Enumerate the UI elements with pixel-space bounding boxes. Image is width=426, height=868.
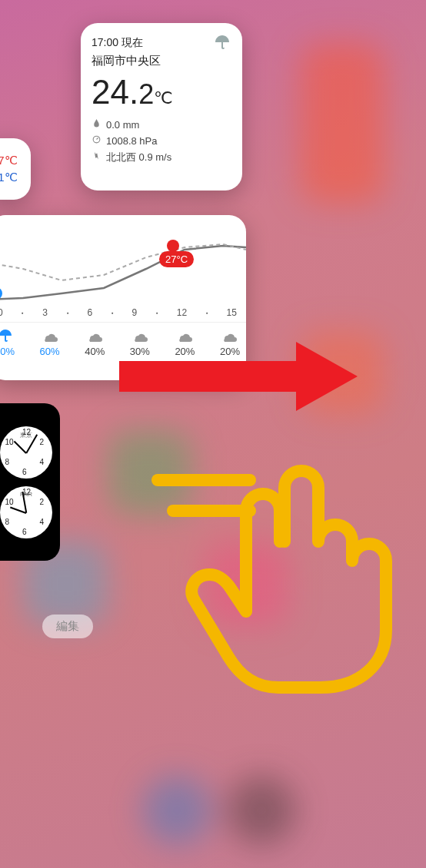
forecast-hours: 0・3・6・9・12・15 <box>0 307 246 320</box>
weather-time: 17:00 現在 <box>92 36 143 50</box>
droplet-icon <box>92 118 102 134</box>
wind-icon <box>92 150 102 166</box>
forecast-chart: C 27°C 0・3・6・9・12・15 <box>0 215 246 323</box>
low-temp: 21℃ <box>0 171 28 184</box>
cloud-icon <box>85 327 104 343</box>
swipe-right-arrow <box>119 342 358 411</box>
edit-button[interactable]: 編集 <box>42 615 93 638</box>
umbrella-icon <box>213 34 231 52</box>
pressure-icon <box>92 134 102 150</box>
weather-temperature: 24.2℃ <box>92 73 231 111</box>
swipe-hand-icon <box>150 457 404 695</box>
world-clock-widget[interactable]: 東京 12246810 PAR 12246810 <box>0 403 60 561</box>
high-temp: 27℃ <box>0 154 28 167</box>
clock-tokyo: 東京 12246810 <box>0 426 52 479</box>
peak-temp-badge: 27°C <box>159 251 194 267</box>
umbrella-icon <box>0 327 15 343</box>
svg-point-1 <box>167 240 179 252</box>
weather-details: 0.0 mm 1008.8 hPa 北北西 0.9 m/s <box>92 118 231 165</box>
cloud-icon <box>175 327 194 343</box>
clock-paris: PAR 12246810 <box>0 486 52 538</box>
cloud-icon <box>220 327 238 343</box>
cloud-icon <box>41 327 59 343</box>
weather-widget[interactable]: 17:00 現在 福岡市中央区 24.2℃ 0.0 mm 1008.8 hPa … <box>81 23 242 190</box>
weather-location: 福岡市中央区 <box>92 54 231 68</box>
temp-small-widget[interactable]: 27℃ 21℃ <box>0 138 31 200</box>
cloud-icon <box>131 327 149 343</box>
forecast-icons-row <box>0 327 246 343</box>
